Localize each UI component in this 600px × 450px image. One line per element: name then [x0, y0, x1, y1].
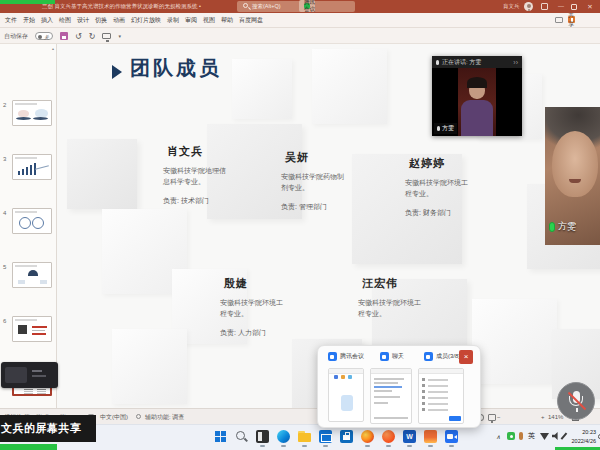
preview-title-label: 腾讯会议	[340, 352, 364, 361]
task-view-icon[interactable]	[256, 430, 269, 443]
word-icon[interactable]	[403, 430, 416, 443]
taskbar-apps	[214, 430, 458, 443]
side-video-panel[interactable]: 方雯	[545, 107, 600, 245]
member-card: 殷婕 安徽科技学院环境工程专业。 负责: 人力部门	[220, 276, 304, 338]
search-placeholder: 搜索(Alt+Q)	[252, 1, 281, 12]
autosave-state: 关	[44, 34, 49, 40]
tab-record[interactable]: 录制	[167, 16, 179, 25]
member-name: 殷婕	[224, 276, 304, 291]
wps-icon[interactable]	[424, 430, 437, 443]
preview-title-label: 聊天	[392, 352, 404, 361]
slide-thumbnail[interactable]	[12, 208, 52, 234]
member-role: 负责: 财务部门	[405, 208, 489, 218]
preview-window-title[interactable]: 腾讯会议	[328, 352, 364, 361]
meeting-floating-chip[interactable]: 腾讯会议	[299, 0, 315, 12]
share-border-top	[0, 0, 55, 4]
zoom-out-icon[interactable]	[497, 409, 501, 425]
edge-icon[interactable]	[277, 430, 290, 443]
browser-ball-icon[interactable]	[382, 430, 395, 443]
member-desc: 安徽科技学院环境工程专业。	[220, 298, 286, 319]
tab-slideshow[interactable]: 幻灯片放映	[131, 16, 161, 25]
screen-share-banner: 文兵的屏幕共享	[0, 415, 96, 442]
tray-expand-icon[interactable]	[496, 433, 500, 440]
tray-meeting-icon[interactable]	[507, 432, 515, 440]
member-desc: 安徽科技学院药物制剂专业。	[281, 172, 347, 193]
account-name[interactable]: 肖文兵	[503, 0, 520, 13]
start-slideshow-icon[interactable]	[102, 33, 111, 39]
tab-insert[interactable]: 插入	[41, 16, 53, 25]
participant-name-badge: 方雯	[549, 220, 576, 233]
meeting-mini-float-window[interactable]	[1, 362, 58, 388]
preview-thumbnail-members[interactable]	[418, 368, 464, 424]
share-button[interactable]: 共享	[568, 16, 575, 23]
title-bullet-icon	[112, 65, 122, 79]
save-icon[interactable]	[60, 32, 68, 40]
tab-review[interactable]: 审阅	[185, 16, 197, 25]
preview-thumbnail-chat[interactable]	[370, 368, 412, 424]
zoom-in-icon[interactable]	[541, 409, 545, 425]
accessibility-status[interactable]: 辅助功能: 调查	[145, 409, 184, 425]
unmute-mic-button[interactable]	[557, 382, 595, 420]
taskbar-search-icon[interactable]	[235, 430, 248, 443]
member-card: 汪宏伟 安徽科技学院环境工程专业。	[358, 276, 442, 319]
tab-help[interactable]: 帮助	[221, 16, 233, 25]
redo-icon[interactable]	[89, 32, 96, 41]
clock[interactable]: 20:23 2022/4/26	[566, 428, 596, 446]
comment-icon[interactable]	[555, 17, 563, 23]
tray-time: 20:23	[566, 428, 596, 437]
tab-view[interactable]: 视图	[203, 16, 215, 25]
speaker-video-window[interactable]: 正在讲话: 方雯 方雯	[432, 56, 522, 136]
slide-thumbnail[interactable]	[12, 262, 52, 288]
speaker-window-header: 正在讲话: 方雯	[432, 56, 522, 68]
mail-icon[interactable]	[319, 430, 332, 443]
undo-icon[interactable]	[75, 32, 82, 41]
minimize-button[interactable]	[556, 0, 566, 13]
ribbon-display-options-icon[interactable]	[541, 3, 548, 10]
wifi-icon[interactable]	[540, 433, 549, 440]
chat-icon	[380, 352, 389, 361]
close-preview-button[interactable]	[459, 350, 473, 364]
restore-button[interactable]	[571, 4, 577, 10]
ime-indicator[interactable]: 英	[528, 431, 535, 441]
search-icon	[243, 3, 248, 8]
tab-animations[interactable]: 动画	[113, 16, 125, 25]
slide-thumbnail[interactable]	[12, 100, 52, 126]
tab-file[interactable]: 文件	[5, 16, 17, 25]
slideshow-view-icon[interactable]	[488, 414, 496, 421]
collapse-chevrons-icon[interactable]	[513, 59, 518, 66]
tencent-meeting-icon	[328, 352, 337, 361]
screen: 三创 肖文兵基于高光谱技术的作物营养状况诊断的无损检测系统 • 搜索(Alt+Q…	[0, 0, 600, 450]
tab-design[interactable]: 设计	[77, 16, 89, 25]
preview-thumbnail-meeting[interactable]	[328, 368, 364, 422]
avatar[interactable]	[524, 2, 533, 11]
accessibility-icon	[136, 414, 141, 419]
slide-number: 3	[3, 156, 11, 162]
slide-thumbnail[interactable]	[12, 316, 52, 342]
tab-transitions[interactable]: 切换	[95, 16, 107, 25]
store-icon[interactable]	[340, 430, 353, 443]
autosave-toggle[interactable]: 关	[35, 32, 53, 40]
start-button-icon[interactable]	[214, 430, 227, 443]
volume-icon[interactable]	[552, 432, 560, 440]
language-indicator[interactable]: 中文(中国)	[100, 409, 128, 425]
scroll-up-icon[interactable]	[50, 46, 56, 52]
search-input[interactable]: 搜索(Alt+Q)	[237, 1, 355, 12]
participant-name: 方雯	[558, 220, 576, 233]
meeting-chip-label: 腾讯会议	[304, 0, 315, 13]
preview-title-label: 成员(3/8)	[436, 352, 460, 361]
firefox-icon[interactable]	[361, 430, 374, 443]
toggle-knob-icon	[38, 35, 42, 39]
tab-home[interactable]: 开始	[23, 16, 35, 25]
tab-baidu-netdisk[interactable]: 百度网盘	[239, 16, 263, 25]
slide-number: 4	[3, 210, 11, 216]
preview-window-title[interactable]: 聊天	[380, 352, 404, 361]
quick-access-toolbar: 自动保存 关	[0, 28, 600, 44]
file-explorer-icon[interactable]	[298, 430, 311, 443]
tray-mic-icon[interactable]	[519, 432, 523, 440]
tencent-meeting-app-icon[interactable]	[445, 430, 458, 443]
customize-toolbar-icon[interactable]	[118, 33, 121, 39]
tab-draw[interactable]: 绘图	[59, 16, 71, 25]
slide-thumbnail[interactable]	[12, 154, 52, 180]
preview-window-title[interactable]: 成员(3/8)	[424, 352, 460, 361]
close-button[interactable]	[585, 0, 595, 13]
